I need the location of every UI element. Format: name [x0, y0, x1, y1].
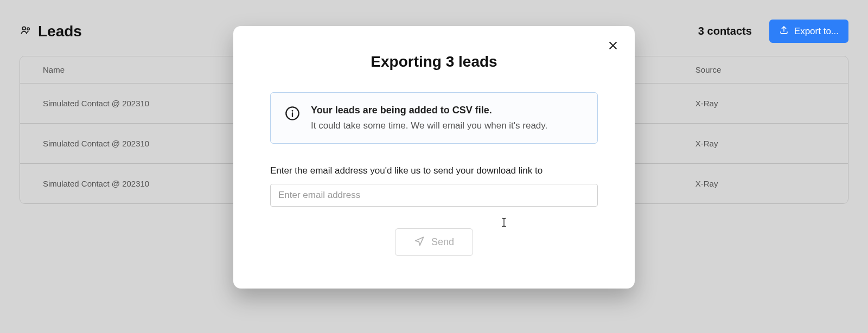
send-button[interactable]: Send	[395, 228, 473, 256]
info-icon	[285, 105, 300, 123]
info-box: Your leads are being added to CSV file. …	[270, 92, 598, 144]
send-icon	[414, 235, 425, 249]
close-icon	[608, 44, 618, 53]
close-button[interactable]	[605, 38, 621, 55]
send-button-label: Send	[431, 236, 454, 248]
export-modal: Exporting 3 leads Your leads are being a…	[233, 26, 635, 289]
info-subtext: It could take some time. We will email y…	[311, 120, 547, 131]
email-input[interactable]	[270, 184, 598, 207]
email-label: Enter the email address you'd like us to…	[270, 165, 598, 176]
modal-title: Exporting 3 leads	[270, 53, 598, 71]
modal-backdrop: Exporting 3 leads Your leads are being a…	[0, 0, 868, 333]
info-heading: Your leads are being added to CSV file.	[311, 105, 547, 116]
